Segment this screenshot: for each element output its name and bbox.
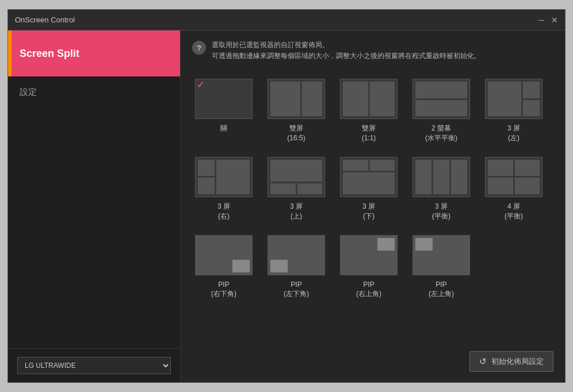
layout-thumb-dual-16-5 bbox=[268, 79, 325, 119]
pane-row bbox=[488, 160, 540, 176]
layout-label-dual-16-5: 雙屏(16:5) bbox=[287, 124, 305, 143]
window-title: OnScreen Control bbox=[15, 16, 75, 24]
layout-thumb-3-right bbox=[195, 157, 253, 197]
layout-label-2-horizontal: 2 螢幕(水平平衡) bbox=[425, 124, 457, 143]
layout-thumb-pip-tr bbox=[340, 235, 398, 275]
layout-off[interactable]: ✓ 關 bbox=[192, 79, 255, 133]
sidebar-item-settings[interactable]: 設定 bbox=[8, 76, 180, 108]
pane bbox=[488, 82, 521, 116]
main-window: OnScreen Control ─ ✕ Screen Split 設定 LG … bbox=[7, 9, 566, 383]
pip-indicator bbox=[232, 260, 250, 272]
layout-thumb-2-horizontal bbox=[412, 79, 470, 119]
pane bbox=[270, 183, 296, 194]
pane bbox=[515, 178, 540, 194]
layout-thumb-3-bottom bbox=[340, 157, 398, 197]
pane bbox=[370, 82, 395, 116]
monitor-selector[interactable]: LG ULTRAWIDE bbox=[17, 357, 171, 374]
pane-row bbox=[270, 183, 322, 194]
layout-3-right[interactable]: 3 屏(右) bbox=[192, 157, 255, 221]
layout-label-3-top: 3 屏(上) bbox=[290, 202, 303, 221]
pane bbox=[270, 82, 300, 116]
layout-pip-bl[interactable]: PIP(左下角) bbox=[265, 235, 328, 299]
layout-thumb-pip-bl bbox=[268, 235, 325, 275]
layout-label-3-left: 3 屏(左) bbox=[507, 124, 520, 143]
layout-thumb-dual-1-1 bbox=[340, 79, 398, 119]
layout-thumb-pip-br bbox=[195, 235, 253, 275]
pane-row bbox=[343, 160, 395, 171]
titlebar: OnScreen Control ─ ✕ bbox=[8, 10, 565, 30]
layout-label-3-right: 3 屏(右) bbox=[217, 202, 230, 221]
info-line1: 選取用於已選監視器的自訂視窗佈局。 bbox=[212, 40, 481, 51]
layout-4-balance[interactable]: 4 屏(平衡) bbox=[482, 157, 545, 221]
layout-dual-16-5[interactable]: 雙屏(16:5) bbox=[265, 79, 328, 143]
layout-pip-br[interactable]: PIP(右下角) bbox=[192, 235, 255, 299]
pane bbox=[415, 160, 431, 194]
pane bbox=[488, 160, 513, 176]
info-line2: 可透過拖動邊緣來調整每個區域的大小，調整大小之後的視窗將在程式重啟時被初始化。 bbox=[212, 51, 481, 62]
pane-col bbox=[523, 82, 540, 116]
close-button[interactable]: ✕ bbox=[551, 16, 558, 25]
info-text: 選取用於已選監視器的自訂視窗佈局。 可透過拖動邊緣來調整每個區域的大小，調整大小… bbox=[212, 40, 481, 62]
layouts-row-3: PIP(右下角) PIP(左下角) PIP(右上角) bbox=[192, 235, 553, 299]
main-area: Screen Split 設定 LG ULTRAWIDE ? 選取用於已選監視器… bbox=[8, 30, 565, 382]
pane bbox=[343, 82, 368, 116]
layout-3-balance[interactable]: 3 屏(平衡) bbox=[410, 157, 473, 221]
pip-indicator bbox=[270, 260, 288, 272]
pane bbox=[415, 100, 467, 117]
pip-indicator bbox=[415, 238, 433, 251]
settings-label: 設定 bbox=[20, 87, 37, 97]
pane bbox=[297, 183, 323, 194]
layout-thumb-4-balance bbox=[485, 157, 543, 197]
pane bbox=[515, 160, 540, 176]
pane bbox=[415, 82, 467, 98]
layout-3-left[interactable]: 3 屏(左) bbox=[482, 79, 545, 143]
titlebar-controls: ─ ✕ bbox=[538, 16, 558, 25]
layout-2-horizontal[interactable]: 2 螢幕(水平平衡) bbox=[410, 79, 473, 143]
reset-label: 初始化佈局設定 bbox=[491, 356, 544, 367]
pane bbox=[433, 160, 449, 194]
sidebar-item-screen-split[interactable]: Screen Split bbox=[8, 30, 180, 76]
layout-label-3-bottom: 3 屏(下) bbox=[362, 202, 375, 221]
pane bbox=[302, 82, 322, 116]
sidebar-bottom: LG ULTRAWIDE bbox=[8, 348, 180, 382]
layout-thumb-3-top bbox=[268, 157, 325, 197]
active-indicator bbox=[8, 30, 12, 76]
pane bbox=[343, 160, 368, 171]
layout-pip-tl[interactable]: PIP(左上角) bbox=[410, 235, 473, 299]
layout-thumb-3-balance bbox=[412, 157, 470, 197]
layout-label-pip-tr: PIP(右上角) bbox=[356, 280, 381, 299]
selected-checkmark: ✓ bbox=[197, 80, 204, 90]
info-bar: ? 選取用於已選監視器的自訂視窗佈局。 可透過拖動邊緣來調整每個區域的大小，調整… bbox=[192, 40, 553, 67]
layout-3-top[interactable]: 3 屏(上) bbox=[265, 157, 328, 221]
layout-label-3-balance: 3 屏(平衡) bbox=[432, 202, 450, 221]
reset-icon: ↺ bbox=[479, 356, 487, 367]
layout-label-dual-1-1: 雙屏(1:1) bbox=[362, 124, 376, 143]
layout-label-4-balance: 4 屏(平衡) bbox=[505, 202, 523, 221]
reset-button[interactable]: ↺ 初始化佈局設定 bbox=[469, 351, 553, 372]
pane bbox=[343, 172, 395, 194]
layout-dual-1-1[interactable]: 雙屏(1:1) bbox=[337, 79, 400, 143]
pane bbox=[270, 160, 322, 182]
sidebar: Screen Split 設定 LG ULTRAWIDE bbox=[8, 30, 181, 382]
layouts-container: ✓ 關 雙屏(16:5) bbox=[192, 79, 553, 299]
info-icon: ? bbox=[192, 41, 206, 55]
pane bbox=[523, 100, 540, 117]
pane bbox=[198, 178, 215, 194]
pane bbox=[451, 160, 467, 194]
layout-thumb-3-left bbox=[485, 79, 543, 119]
pip-indicator bbox=[377, 238, 395, 251]
pane bbox=[370, 160, 395, 171]
layout-3-bottom[interactable]: 3 屏(下) bbox=[337, 157, 400, 221]
monitor-select-input[interactable]: LG ULTRAWIDE bbox=[17, 357, 171, 374]
layout-label-pip-br: PIP(右下角) bbox=[211, 280, 236, 299]
minimize-button[interactable]: ─ bbox=[538, 16, 544, 25]
pane bbox=[488, 178, 513, 194]
layout-thumb-pip-tl bbox=[412, 235, 470, 275]
layouts-row-2: 3 屏(右) 3 屏 bbox=[192, 157, 553, 221]
pane bbox=[216, 160, 250, 194]
layout-label-pip-bl: PIP(左下角) bbox=[284, 280, 309, 299]
layout-thumb-off: ✓ bbox=[195, 79, 253, 119]
pane-col bbox=[198, 160, 215, 194]
layout-pip-tr[interactable]: PIP(右上角) bbox=[337, 235, 400, 299]
layouts-row-1: ✓ 關 雙屏(16:5) bbox=[192, 79, 553, 143]
